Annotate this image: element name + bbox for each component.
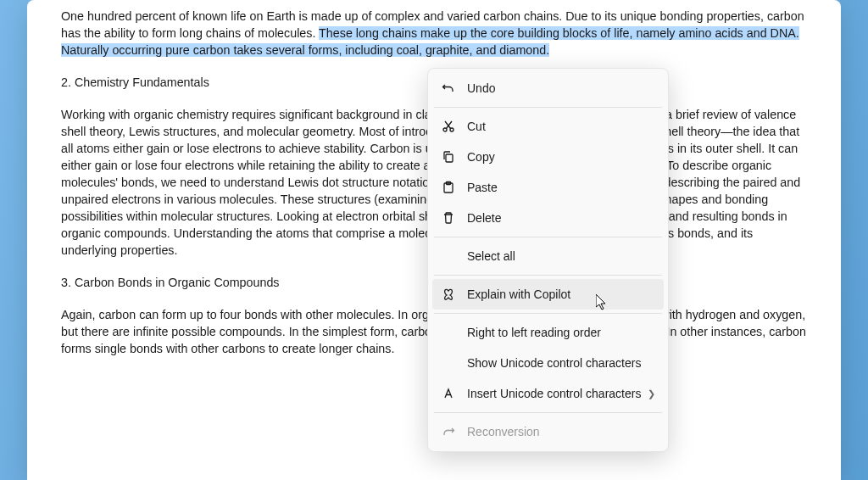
spacer-icon (441, 248, 456, 264)
menu-insert-unicode[interactable]: Insert Unicode control characters ❯ (432, 378, 664, 409)
menu-select-all-label: Select all (467, 249, 655, 263)
spacer-icon (441, 325, 456, 340)
menu-cut-label: Cut (467, 120, 655, 133)
menu-cut[interactable]: Cut (432, 111, 664, 142)
menu-paste-label: Paste (467, 181, 655, 194)
menu-separator (434, 275, 662, 276)
menu-explain-copilot[interactable]: Explain with Copilot (432, 279, 664, 310)
menu-separator (434, 313, 662, 314)
mouse-cursor (596, 294, 609, 311)
menu-rtl[interactable]: Right to left reading order (432, 317, 664, 348)
menu-copy[interactable]: Copy (432, 142, 664, 172)
menu-undo[interactable]: Undo (432, 73, 664, 103)
svg-rect-2 (446, 154, 453, 162)
menu-select-all[interactable]: Select all (432, 241, 664, 271)
menu-separator (434, 412, 662, 413)
menu-explain-copilot-label: Explain with Copilot (467, 287, 655, 301)
paste-icon (441, 180, 456, 195)
menu-copy-label: Copy (467, 150, 655, 164)
copilot-icon (441, 287, 456, 302)
menu-reconversion: Reconversion (432, 416, 664, 447)
menu-undo-label: Undo (467, 81, 655, 95)
undo-icon (441, 81, 456, 96)
context-menu: Undo Cut Copy Paste Delete Select all Ex… (427, 68, 669, 452)
menu-delete-label: Delete (467, 211, 655, 225)
spacer-icon (441, 355, 456, 371)
text-a-icon (441, 386, 456, 401)
paragraph-1[interactable]: One hundred percent of known life on Ear… (61, 8, 807, 59)
menu-reconversion-label: Reconversion (467, 425, 655, 438)
menu-rtl-label: Right to left reading order (467, 326, 655, 339)
reconversion-icon (441, 424, 456, 439)
menu-separator (434, 107, 662, 108)
copy-icon (441, 149, 456, 165)
menu-delete[interactable]: Delete (432, 203, 664, 233)
cut-icon (441, 119, 456, 134)
menu-show-unicode-label: Show Unicode control characters (467, 356, 655, 370)
menu-insert-unicode-label: Insert Unicode control characters (467, 387, 648, 400)
menu-show-unicode[interactable]: Show Unicode control characters (432, 348, 664, 378)
svg-point-1 (450, 128, 453, 131)
menu-paste[interactable]: Paste (432, 172, 664, 203)
svg-point-0 (443, 128, 447, 131)
delete-icon (441, 210, 456, 226)
menu-separator (434, 237, 662, 237)
chevron-right-icon: ❯ (648, 388, 655, 399)
